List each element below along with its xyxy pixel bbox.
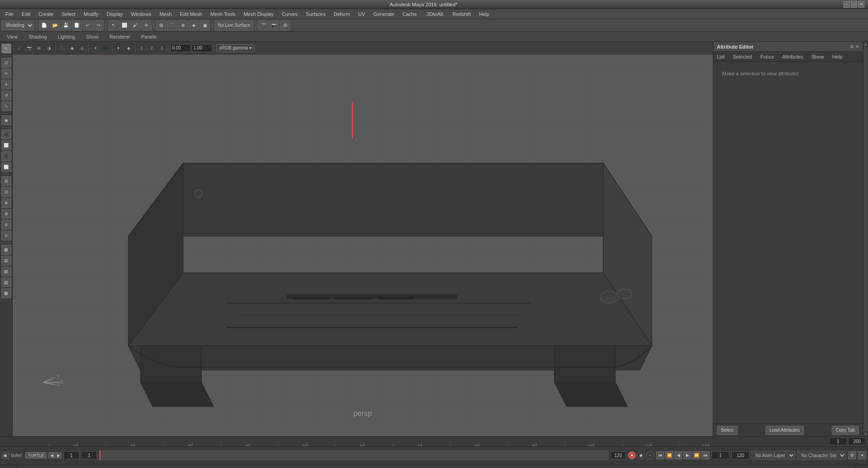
color-space-button[interactable]: sRGB gamma ▾	[216, 44, 255, 52]
vp-res-med-btn[interactable]: 2	[147, 44, 156, 53]
attr-tab-selected[interactable]: Selected	[731, 53, 754, 60]
turtle-badge[interactable]: TURTLE	[25, 452, 47, 458]
tool-3-left[interactable]: ⬛	[1, 151, 11, 161]
snap-grid-btn[interactable]: ⊞	[156, 20, 166, 30]
snap-point-btn[interactable]: ⊕	[178, 20, 188, 30]
menu-curves[interactable]: Curves	[278, 10, 301, 18]
tool-10-left[interactable]: ⊙	[1, 231, 11, 241]
menu-generate[interactable]: Generate	[370, 10, 398, 18]
tab-view[interactable]: View	[2, 33, 23, 40]
select-tool-btn[interactable]: ↖	[108, 20, 118, 30]
tool-8-left[interactable]: ⊗	[1, 209, 11, 219]
scroll-track[interactable]	[864, 47, 868, 431]
tab-show[interactable]: Show	[81, 33, 104, 40]
paint-tool-btn[interactable]: 🖌	[130, 20, 140, 30]
maximize-button[interactable]: □	[851, 1, 857, 8]
tool-12-left[interactable]: ▤	[1, 256, 11, 266]
redo-btn[interactable]: ↪	[94, 20, 104, 30]
vp-shadow-btn[interactable]: 🌑	[101, 44, 110, 53]
scale-tool-left[interactable]: ⤡	[1, 101, 11, 111]
attr-tab-list[interactable]: List	[715, 53, 726, 60]
vp-smooth-btn[interactable]: ◉	[68, 44, 77, 53]
new-file-btn[interactable]: 📄	[39, 20, 49, 30]
step-back-btn[interactable]: ⏪	[665, 451, 673, 459]
play-fwd-btn[interactable]: ▶	[683, 451, 691, 459]
vp-camera-btn[interactable]: 📷	[25, 44, 34, 53]
attr-editor-float-btn[interactable]: ⧉	[850, 44, 853, 49]
attr-tab-help[interactable]: Help	[830, 53, 844, 60]
go-start-btn[interactable]: ⏮	[656, 451, 664, 459]
play-back-btn[interactable]: ◀	[674, 451, 682, 459]
copy-tab-button[interactable]: Copy Tab	[832, 426, 859, 435]
scroll-up-arrow[interactable]: ▲	[863, 42, 868, 46]
minimize-button[interactable]: ─	[843, 1, 850, 8]
key-icon[interactable]: ●	[628, 451, 636, 459]
tool-11-left[interactable]: ▦	[1, 245, 11, 255]
menu-edit-mesh[interactable]: Edit Mesh	[176, 10, 206, 18]
breakdown-icon[interactable]: ◉	[637, 451, 645, 459]
go-end-btn[interactable]: ⏭	[701, 451, 710, 459]
tool-13-left[interactable]: ▧	[1, 266, 11, 276]
menu-mesh-tools[interactable]: Mesh Tools	[207, 10, 239, 18]
soft-select-left[interactable]: ◉	[1, 115, 11, 125]
menu-select[interactable]: Select	[58, 10, 79, 18]
char-set-settings-btn[interactable]: ⚙	[848, 451, 856, 459]
undo-btn[interactable]: ↩	[83, 20, 93, 30]
menu-edit[interactable]: Edit	[18, 10, 34, 18]
timeline-slider[interactable]	[99, 450, 608, 460]
start-frame-input[interactable]	[81, 451, 97, 459]
range-end-input[interactable]	[848, 437, 866, 445]
playback-end-input[interactable]	[731, 451, 750, 459]
menu-help[interactable]: Help	[475, 10, 493, 18]
vp-flat-btn[interactable]: ◎	[78, 44, 87, 53]
render-settings-btn[interactable]: ⚙	[280, 20, 290, 30]
current-frame-input[interactable]	[64, 451, 79, 459]
vp-res-low-btn[interactable]: 1	[137, 44, 146, 53]
tool-15-left[interactable]: ▩	[1, 288, 11, 298]
menu-deform[interactable]: Deform	[330, 10, 354, 18]
tab-renderer[interactable]: Renderer	[104, 33, 135, 40]
char-set-menu-btn[interactable]: ▾	[858, 451, 866, 459]
tool-2-left[interactable]: ⬜	[1, 140, 11, 150]
snap-curve-btn[interactable]: ⌒	[167, 20, 177, 30]
menu-redshift[interactable]: Redshift	[449, 10, 474, 18]
attr-tab-attributes[interactable]: Attributes	[780, 53, 805, 60]
vp-shading-btn[interactable]: ◑	[44, 44, 54, 53]
menu-windows[interactable]: Windows	[128, 10, 155, 18]
ipr-btn[interactable]: 📷	[269, 20, 279, 30]
nav-right-btn[interactable]: ▶	[55, 452, 62, 458]
3d-viewport[interactable]: Y Z X persp	[13, 54, 713, 436]
snap-view-btn[interactable]: ▣	[200, 20, 210, 30]
char-set-dropdown[interactable]: No Character Set	[797, 451, 846, 460]
playback-start-input[interactable]	[711, 451, 730, 459]
tool-6-left[interactable]: ⊟	[1, 187, 11, 197]
menu-display[interactable]: Display	[103, 10, 127, 18]
nav-left-btn[interactable]: ◀	[49, 452, 55, 458]
save-file-btn[interactable]: 💾	[61, 20, 71, 30]
lasso-tool-left[interactable]: ⊡	[1, 58, 11, 68]
menu-surfaces[interactable]: Surfaces	[302, 10, 329, 18]
scroll-down-arrow[interactable]: ▼	[863, 432, 868, 436]
tab-panels[interactable]: Panels	[136, 33, 162, 40]
paint-select-left[interactable]: ✏	[1, 69, 11, 79]
open-file-btn[interactable]: 📂	[50, 20, 60, 30]
move-tool-left[interactable]: ✛	[1, 79, 11, 89]
save-as-btn[interactable]: 📑	[72, 20, 82, 30]
menu-3dtoall[interactable]: -3DtoAll-	[421, 10, 448, 18]
vp-grid-btn[interactable]: ⊞	[35, 44, 44, 53]
vp-xray-btn[interactable]: ✦	[114, 44, 123, 53]
tool-4-left[interactable]: ⬜	[1, 162, 11, 172]
attr-tab-focus[interactable]: Focus	[759, 53, 776, 60]
step-fwd-btn[interactable]: ⏩	[692, 451, 700, 459]
attr-editor-close-btn[interactable]: ✕	[855, 44, 859, 49]
menu-mesh-display[interactable]: Mesh Display	[240, 10, 277, 18]
tool-9-left[interactable]: ⊘	[1, 220, 11, 230]
tool-7-left[interactable]: ⊕	[1, 198, 11, 208]
vp-res-high-btn[interactable]: 3	[157, 44, 166, 53]
attr-select-button[interactable]: Select	[717, 426, 738, 435]
vp-value1-input[interactable]	[170, 44, 191, 52]
snap-surface-btn[interactable]: ◈	[189, 20, 199, 30]
tab-lighting[interactable]: Lighting	[53, 33, 80, 40]
move-tool-btn[interactable]: ✛	[141, 20, 151, 30]
vp-wireframe-btn[interactable]: ⬛	[58, 44, 67, 53]
